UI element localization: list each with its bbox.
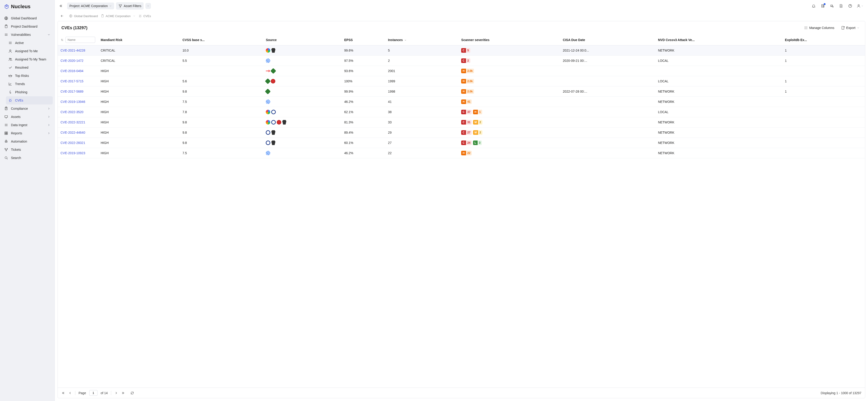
cve-link[interactable]: CVE-2021-44228 <box>61 48 85 52</box>
cell-risk: HIGH <box>98 76 180 87</box>
table-row[interactable]: CVE-2022-3520 HIGH 7.8 62.1% 38 C37H1 LO… <box>58 107 865 117</box>
tenable-source-icon <box>266 48 270 53</box>
manage-columns-button[interactable]: Manage Columns <box>802 24 836 31</box>
collapse-sidebar-button[interactable] <box>58 3 64 9</box>
sidebar-item-top-risks[interactable]: Top Risks <box>6 72 53 80</box>
breadcrumb-back-button[interactable] <box>60 14 64 18</box>
total-pages: of 14 <box>101 391 108 395</box>
cell-cisa <box>560 97 655 107</box>
cell-epss: 46.2% <box>342 148 385 158</box>
sidebar-item-trends[interactable]: Trends <box>6 80 53 88</box>
sidebar-item-reports[interactable]: Reports <box>2 129 53 137</box>
download-button[interactable] <box>837 2 845 9</box>
sidebar-item-automation[interactable]: Automation <box>2 137 53 145</box>
cve-link[interactable]: CVE-2017-5715 <box>61 79 83 83</box>
cell-severities: H2.0k <box>458 76 560 87</box>
sidebar-item-tickets[interactable]: Tickets <box>2 145 53 154</box>
sidebar-item-assets[interactable]: Assets <box>2 113 53 121</box>
chevron-right-icon <box>47 132 51 135</box>
sidebar-item-assigned-to-me[interactable]: Assigned To Me <box>6 47 53 55</box>
col-severities[interactable]: Scanner severities <box>458 34 560 45</box>
sidebar-item-compliance[interactable]: Compliance <box>2 104 53 113</box>
chevron-right-icon <box>47 124 51 127</box>
breadcrumb-item[interactable]: Global Dashboard <box>69 14 98 18</box>
cve-link[interactable]: CVE-2020-1472 <box>61 59 83 63</box>
sidebar-item-resolved[interactable]: Resolved <box>6 63 53 72</box>
col-vector[interactable]: NVD Cvssv3 Attack Ve... <box>655 34 782 45</box>
cve-link[interactable]: CVE-2022-3520 <box>61 110 83 114</box>
table-row[interactable]: CVE-2017-5715 HIGH 5.6 100% 1999 H2.0k L… <box>58 76 865 87</box>
table-row[interactable]: CVE-2022-28321 HIGH 9.8 60.1% 27 C24L3 N… <box>58 138 865 148</box>
cell-instances: 1998 <box>385 87 459 97</box>
col-exploit[interactable]: Exploitdb Ex... <box>782 34 865 45</box>
col-epss[interactable]: EPSS <box>342 34 385 45</box>
sidebar-item-data-ingest[interactable]: Data Ingest <box>2 121 53 129</box>
sidebar-item-assigned-to-my-team[interactable]: Assigned To My Team <box>6 55 53 63</box>
svg-point-26 <box>140 15 141 17</box>
sidebar-item-label: Data Ingest <box>11 123 27 127</box>
sidebar-item-vulnerabilities[interactable]: Vulnerabilities <box>2 31 53 39</box>
table-row[interactable]: CVE-2022-44640 HIGH 9.8 89.4% 29 C27M2 N… <box>58 128 865 138</box>
table-row[interactable]: CVE-2017-5689 HIGH 9.8 99.9% 1998 H2.0k … <box>58 87 865 97</box>
svg-rect-11 <box>6 132 7 133</box>
asset-filters-button[interactable]: Asset Filters <box>116 2 144 9</box>
col-source[interactable]: Source <box>263 34 341 45</box>
breadcrumb-item[interactable]: CVEs <box>138 14 151 18</box>
cell-cvss: 7.5 <box>180 97 263 107</box>
cell-epss: 89.4% <box>342 128 385 138</box>
page-next-button[interactable] <box>114 391 118 395</box>
table-row[interactable]: CVE-2021-44228 CRITICAL 10.0 99.6% 5 C5 … <box>58 45 865 56</box>
sidebar-item-label: Project Dashboard <box>11 25 37 28</box>
cell-exploit <box>782 97 865 107</box>
cell-vector <box>655 66 782 76</box>
notifications-button[interactable] <box>810 2 817 9</box>
page-title: CVEs (13297) <box>61 26 87 30</box>
sidebar-item-active[interactable]: Active <box>6 39 53 47</box>
cve-link[interactable]: CVE-2019-10923 <box>61 151 85 155</box>
table-row[interactable]: CVE-2020-1472 CRITICAL 5.5 97.5% 2 C2 20… <box>58 56 865 66</box>
col-cisa[interactable]: CISA Due Date <box>560 34 655 45</box>
help-button[interactable] <box>846 2 854 9</box>
clipboard-icon <box>101 14 104 18</box>
cve-link[interactable]: CVE-2022-32221 <box>61 121 85 124</box>
sidebar-item-phishing[interactable]: Phishing <box>6 88 53 96</box>
arrow-source-icon <box>266 69 270 73</box>
activity-button[interactable] <box>819 2 827 9</box>
sidebar-item-project-dashboard[interactable]: Project Dashboard <box>2 22 53 31</box>
col-mandiant[interactable]: Mandiant Risk <box>98 34 180 45</box>
display-count: Displaying 1 - 1000 of 13297 <box>821 391 861 395</box>
chat-button[interactable] <box>828 2 836 9</box>
export-button[interactable]: Export <box>839 24 861 31</box>
breadcrumb-item[interactable]: ACME Corporation <box>101 14 135 18</box>
cve-link[interactable]: CVE-2017-5689 <box>61 90 83 93</box>
refresh-button[interactable] <box>130 391 134 395</box>
cell-source <box>263 117 341 128</box>
cell-instances: 38 <box>385 107 459 117</box>
cve-link[interactable]: CVE-2019-13946 <box>61 100 85 104</box>
col-cvss[interactable]: CVSS base s... <box>180 34 263 45</box>
page-prev-button[interactable] <box>68 391 72 395</box>
name-filter-input[interactable] <box>65 37 95 43</box>
sidebar-item-search[interactable]: Search <box>2 154 53 162</box>
table-row[interactable]: CVE-2016-0494 HIGH 93.6% 2001 H2.0k <box>58 66 865 76</box>
cve-link[interactable]: CVE-2016-0494 <box>61 69 83 73</box>
cve-link[interactable]: CVE-2022-28321 <box>61 141 85 145</box>
table-row[interactable]: CVE-2022-32221 HIGH 9.8 81.3% 33 C31M2 N… <box>58 117 865 128</box>
paginator: Page of 14 Displaying 1 - 1000 of 13297 <box>58 388 865 398</box>
table-row[interactable]: CVE-2019-13946 HIGH 7.5 46.2% 41 H41 NET… <box>58 97 865 107</box>
asset-filters-caret[interactable] <box>146 3 151 9</box>
user-menu-button[interactable] <box>856 2 864 9</box>
page-last-button[interactable] <box>121 391 125 395</box>
table-scroll[interactable]: Mandiant Risk CVSS base s... Source EPSS… <box>58 34 865 388</box>
sidebar-item-label: Compliance <box>11 107 28 110</box>
page-first-button[interactable] <box>61 391 65 395</box>
cve-link[interactable]: CVE-2022-44640 <box>61 131 85 134</box>
col-instances[interactable]: Instances <box>385 34 459 45</box>
table-row[interactable]: CVE-2019-10923 HIGH 7.5 46.2% 22 H22 NET… <box>58 148 865 158</box>
page-input[interactable] <box>89 390 97 396</box>
sidebar-item-cves[interactable]: CVEs <box>6 96 53 104</box>
project-selector[interactable]: Project: ACME Corporation <box>67 2 114 9</box>
sort-icon[interactable] <box>61 38 64 41</box>
sidebar-item-global-dashboard[interactable]: Global Dashboard <box>2 14 53 22</box>
cves-table: Mandiant Risk CVSS base s... Source EPSS… <box>58 34 865 158</box>
